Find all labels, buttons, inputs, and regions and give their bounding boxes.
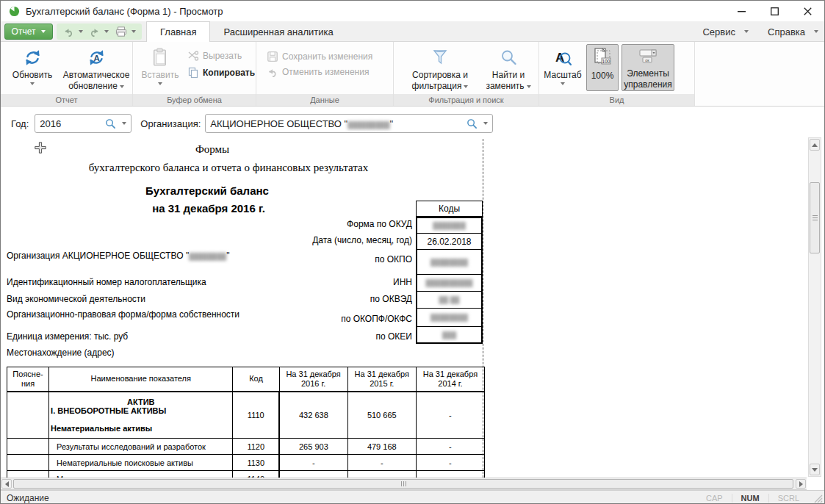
- minimize-button[interactable]: [725, 1, 758, 21]
- label-inn: ИНН: [309, 277, 412, 287]
- tab-rasshirennaya-analitika[interactable]: Расширенная аналитика: [210, 21, 346, 42]
- label-okopf: по ОКОПФ/ОКФС: [309, 314, 412, 324]
- window-title: Бухгалтерский баланс (Форма 1) - Просмот…: [26, 6, 223, 17]
- paste-button[interactable]: Вставить: [139, 44, 181, 85]
- titlebar: Бухгалтерский баланс (Форма 1) - Просмот…: [1, 1, 824, 21]
- vertical-scroll-thumb[interactable]: [810, 182, 820, 253]
- value-2016: -: [279, 455, 347, 471]
- value-2016: -: [279, 471, 347, 478]
- col-2014: На 31 декабря2014 г.: [416, 367, 484, 392]
- col-name: Наименование показателя: [49, 367, 233, 392]
- value-2015: 510 665: [347, 392, 416, 439]
- ribbon: Обновить A Автоматическое обновление Отч…: [1, 42, 824, 107]
- find-replace-button[interactable]: Найти и заменить: [483, 44, 533, 92]
- zoom-icon: A: [553, 44, 572, 68]
- dropdown-arrow-icon: [527, 85, 531, 88]
- print-button[interactable]: [115, 26, 136, 37]
- help-menu[interactable]: Справка: [768, 26, 818, 37]
- controls-icon: ок: [637, 45, 659, 66]
- value-2014: -: [416, 392, 484, 439]
- search-icon: [500, 44, 518, 68]
- undo-button[interactable]: [63, 27, 83, 37]
- scroll-left-button[interactable]: [1, 479, 12, 489]
- scroll-up-button[interactable]: [810, 139, 820, 151]
- refresh-button[interactable]: Обновить: [7, 44, 58, 85]
- col-poyasneniya: Поясне-ния: [7, 367, 49, 392]
- label-inn-left: Идентификационный номер налогоплательщик…: [7, 277, 300, 287]
- ribbon-group-clipboard: Вставить Вырезать Копировать Буфер обмен…: [133, 42, 256, 106]
- codes-header-cell: Коды: [416, 201, 483, 217]
- ribbon-group-data: Сохранить изменения Отменить изменения Д…: [256, 42, 394, 106]
- print-icon: [115, 26, 127, 37]
- dropdown-arrow-icon: [464, 85, 468, 88]
- svg-text:ок: ок: [645, 58, 649, 62]
- status-bar: Ожидание CAP NUM SCRL: [1, 490, 824, 504]
- group-label-filter: Фильтрация и поиск: [394, 94, 538, 106]
- zoom-100-button[interactable]: 100 100%: [586, 44, 619, 91]
- label-address: Местонахождение (адрес): [7, 348, 300, 358]
- dropdown-arrow-icon: [814, 30, 818, 33]
- horizontal-scrollbar[interactable]: [1, 478, 807, 490]
- scroll-right-button[interactable]: [796, 479, 806, 489]
- label-okud: Форма по ОКУД: [221, 219, 412, 229]
- dropdown-arrow-icon: [744, 30, 749, 33]
- value-2016: 265 903: [279, 439, 347, 455]
- code-cell-inn: ██████████: [417, 275, 481, 292]
- caps-lock-indicator: CAP: [697, 494, 732, 503]
- minimize-icon: [738, 7, 746, 15]
- sort-filter-button[interactable]: Сортировка и фильтрация: [401, 44, 479, 92]
- auto-refresh-button[interactable]: A Автоматическое обновление: [61, 44, 132, 92]
- label-okved: по ОКВЭД: [309, 294, 412, 304]
- controls-button[interactable]: ок Элементы управления: [622, 44, 674, 91]
- table-row: Нематериальные поисковые активы 1130 - -…: [7, 455, 485, 471]
- report-document: Формы бухгалтерского баланса и отчета о …: [1, 107, 807, 478]
- copy-button[interactable]: Копировать: [187, 67, 255, 79]
- tab-glavnaya[interactable]: Главная: [146, 21, 210, 42]
- code-cell-okved: ██ ██: [417, 292, 481, 309]
- resize-grip[interactable]: [814, 494, 823, 503]
- maximize-button[interactable]: [758, 1, 791, 21]
- save-changes-button[interactable]: Сохранить изменения: [267, 51, 372, 62]
- value-2015: -: [347, 471, 416, 478]
- redo-button[interactable]: [89, 27, 109, 37]
- report-viewport: Год: 2016 Организация: АКЦИОНЕРНОЕ ОБЩЕС…: [1, 107, 807, 478]
- app-icon: [9, 6, 20, 17]
- close-button[interactable]: [791, 1, 824, 21]
- undo-changes-button[interactable]: Отменить изменения: [267, 67, 369, 77]
- group-label-clipboard: Буфер обмена: [133, 94, 256, 106]
- service-menu[interactable]: Сервис: [702, 26, 749, 37]
- report-menu-button[interactable]: Отчет: [4, 24, 53, 40]
- row-code: 1140: [233, 471, 279, 478]
- value-2015: -: [347, 455, 416, 471]
- zoom-button[interactable]: A Масштаб: [542, 44, 583, 85]
- paste-icon: [151, 44, 169, 68]
- code-cell-okei: ███: [417, 327, 481, 342]
- dropdown-arrow-icon: [41, 30, 46, 33]
- status-text: Ожидание: [7, 493, 49, 503]
- balance-table: Поясне-ния Наименование показателя Код Н…: [7, 367, 485, 478]
- num-lock-indicator: NUM: [732, 494, 768, 503]
- quick-access-toolbar: [57, 24, 142, 40]
- scroll-down-button[interactable]: [810, 464, 820, 475]
- refresh-icon: [23, 44, 43, 68]
- code-cell-okpo: ████████: [417, 250, 481, 275]
- value-2015: 479 168: [347, 439, 416, 455]
- copy-icon: [187, 67, 199, 79]
- row-name: Материальные поисковые активы: [49, 471, 233, 478]
- value-2014: -: [416, 471, 484, 478]
- undo-changes-icon: [267, 68, 278, 77]
- dropdown-arrow-icon: [30, 82, 35, 85]
- table-row: Результаты исследований и разработок 112…: [7, 439, 485, 455]
- cut-button[interactable]: Вырезать: [187, 51, 242, 61]
- row-code: 1110: [233, 392, 279, 439]
- filter-icon: [431, 44, 449, 68]
- save-icon: [267, 51, 278, 62]
- value-2014: -: [416, 439, 484, 455]
- vertical-scrollbar[interactable]: [808, 137, 821, 477]
- dropdown-arrow-icon: [158, 82, 162, 85]
- value-2014: -: [416, 455, 484, 471]
- page-100-icon: 100: [593, 45, 612, 68]
- horizontal-scroll-thumb[interactable]: [13, 479, 793, 489]
- dropdown-arrow-icon: [104, 30, 109, 33]
- dropdown-arrow-icon: [79, 30, 83, 33]
